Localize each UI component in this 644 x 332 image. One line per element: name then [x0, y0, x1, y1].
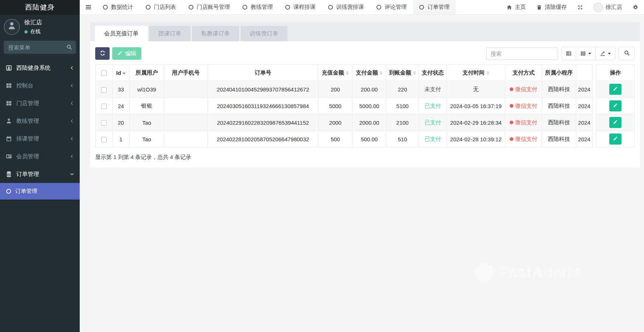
col-header-action: 操作	[596, 65, 635, 81]
circle-icon	[6, 189, 11, 194]
search-icon[interactable]	[66, 44, 72, 50]
calendar-icon	[6, 135, 12, 142]
table-search-input[interactable]	[486, 47, 558, 60]
circle-icon	[189, 5, 193, 10]
tab-私教课订单[interactable]: 私教课订单	[192, 26, 239, 41]
refresh-icon	[100, 50, 106, 57]
console-icon	[6, 82, 12, 89]
export-button[interactable]	[595, 47, 615, 60]
navbar-tab-门店列表[interactable]: 门店列表	[140, 0, 182, 14]
tab-训练营订单[interactable]: 训练营订单	[241, 26, 288, 41]
cell-phone	[164, 81, 208, 98]
cell-clipped: 2024	[576, 98, 593, 114]
refresh-button[interactable]	[95, 47, 110, 60]
row-checkbox[interactable]	[101, 87, 107, 93]
fullscreen-button[interactable]	[577, 4, 583, 10]
main-area: 数据统计门店列表门店账号管理教练管理课程排课训练营排课评论管理订单管理 主页 清…	[80, 0, 644, 332]
cell-user: wl1O39	[130, 81, 164, 98]
circle-icon	[146, 5, 151, 10]
search-toggle-button[interactable]	[619, 47, 635, 60]
chevron-left-icon	[69, 118, 75, 124]
col-header-mini_app: 所属小程序	[542, 65, 576, 81]
cell-mini_app: 西陆科技	[542, 98, 576, 114]
column-gap	[593, 65, 596, 81]
sidebar-submenu: 订单管理	[0, 183, 80, 200]
circle-icon	[103, 5, 108, 10]
navbar-tab-门店账号管理[interactable]: 门店账号管理	[182, 0, 236, 14]
page-content: 会员充值订单团课订单私教课订单训练营订单 编辑	[80, 15, 644, 332]
sidebar-toggle-button[interactable]	[80, 0, 97, 14]
table-row: 33wl1O3920240410100452989370785641267220…	[96, 81, 635, 98]
sort-carets-icon	[346, 71, 349, 75]
online-status: 在线	[24, 28, 42, 35]
row-edit-button[interactable]	[609, 117, 621, 128]
sidebar-item-西陆健身系统[interactable]: 西陆健身系统	[0, 59, 80, 77]
cell-clipped: 2024	[576, 81, 593, 98]
cell-id: 24	[113, 98, 130, 114]
navbar-tab-数据统计[interactable]: 数据统计	[97, 0, 140, 14]
cogs-icon	[633, 4, 638, 10]
cell-order_no: 202402281002058705206647980032	[208, 131, 318, 148]
menu-search-input[interactable]	[4, 41, 76, 54]
toggle-view-button[interactable]	[561, 47, 576, 60]
tab-团课订单[interactable]: 团课订单	[149, 26, 190, 41]
sidebar-item-教练管理[interactable]: 教练管理	[0, 112, 80, 130]
settings-button[interactable]	[633, 4, 638, 10]
navbar-tab-订单管理[interactable]: 订单管理	[413, 0, 456, 14]
sidebar-item-控制台[interactable]: 控制台	[0, 77, 80, 94]
circle-icon	[328, 5, 333, 10]
coach-icon	[6, 118, 12, 124]
pencil-icon	[613, 120, 618, 125]
pay-method: 微信支付	[510, 103, 537, 110]
col-header-arrive[interactable]: 到账金额	[386, 65, 419, 81]
pay-status: 已支付	[424, 136, 441, 142]
cell-checkbox	[96, 81, 113, 98]
select-all-checkbox[interactable]	[101, 70, 107, 76]
cell-pay: 200.00	[352, 81, 386, 98]
cell-mini_app: 西陆科技	[542, 81, 576, 98]
navbar-tab-教练管理[interactable]: 教练管理	[236, 0, 279, 14]
table-row: 24银银202403051603119324666130857984500050…	[96, 98, 635, 114]
sidebar-subitem-订单管理[interactable]: 订单管理	[0, 183, 80, 200]
col-header-pay[interactable]: 支付金额	[352, 65, 386, 81]
user-menu[interactable]: 徐汇店	[593, 3, 622, 12]
navbar-tab-训练营排课[interactable]: 训练营排课	[322, 0, 370, 14]
online-status-label: 在线	[30, 28, 41, 35]
cell-id: 33	[113, 81, 130, 98]
navbar-tab-课程排课[interactable]: 课程排课	[279, 0, 322, 14]
cell-arrive: 510	[386, 131, 419, 148]
columns-button[interactable]	[576, 47, 596, 60]
row-checkbox[interactable]	[101, 120, 107, 126]
sidebar-item-会员管理[interactable]: 会员管理	[0, 148, 80, 165]
row-edit-button[interactable]	[609, 100, 621, 111]
navbar-tab-评论管理[interactable]: 评论管理	[370, 0, 413, 14]
sidebar-item-订单管理[interactable]: 订单管理	[0, 165, 80, 183]
edit-button[interactable]: 编辑	[112, 47, 141, 60]
row-checkbox[interactable]	[101, 137, 107, 142]
cell-status: 已支付	[419, 98, 447, 114]
col-header-recharge[interactable]: 充值金额	[318, 65, 352, 81]
table-row: 20Tao20240229160228320987653944115220002…	[96, 114, 635, 131]
navbar-tabs: 数据统计门店列表门店账号管理教练管理课程排课训练营排课评论管理订单管理	[97, 0, 456, 14]
home-link[interactable]: 主页	[506, 4, 526, 11]
row-edit-button[interactable]	[609, 84, 621, 95]
cell-checkbox	[96, 131, 113, 148]
row-checkbox[interactable]	[101, 104, 107, 109]
sidebar-item-门店管理[interactable]: 门店管理	[0, 94, 80, 112]
row-edit-button[interactable]	[609, 134, 621, 145]
search-icon	[624, 50, 630, 57]
red-dot-icon	[510, 121, 513, 124]
col-header-id[interactable]: Id	[113, 65, 130, 81]
col-header-phone: 用户手机号	[164, 65, 208, 81]
cell-pay_time: 2024-02-29 16:28:34	[447, 114, 505, 131]
table-row: 1Tao202402281002058705206647980032500500…	[96, 131, 635, 148]
trash-icon	[536, 4, 542, 10]
tab-会员充值订单[interactable]: 会员充值订单	[95, 26, 148, 41]
sidebar-item-排课管理[interactable]: 排课管理	[0, 130, 80, 148]
clear-cache-link[interactable]: 清除缓存	[536, 4, 567, 11]
col-header-pay_time[interactable]: 支付时间	[447, 65, 505, 81]
cell-recharge: 2000	[318, 114, 352, 131]
col-header-checkbox[interactable]	[96, 65, 113, 81]
pay-method: 微信支付	[510, 86, 537, 93]
cell-status: 已支付	[419, 114, 447, 131]
